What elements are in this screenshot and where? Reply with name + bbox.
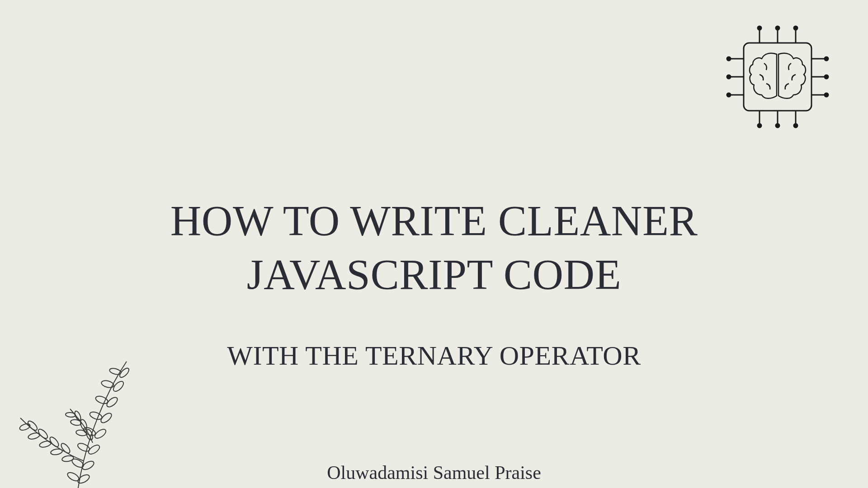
svg-point-18 (727, 93, 731, 97)
svg-point-12 (794, 124, 797, 127)
svg-point-4 (776, 26, 779, 30)
svg-point-10 (776, 124, 779, 127)
svg-point-20 (825, 57, 828, 61)
main-title: HOW TO WRITE CLEANER JAVASCRIPT CODE (0, 194, 868, 302)
title-line-2: JAVASCRIPT CODE (247, 251, 622, 299)
title-line-1: HOW TO WRITE CLEANER (170, 197, 698, 245)
svg-point-2 (758, 26, 761, 30)
brain-chip-icon (719, 18, 836, 136)
svg-point-24 (825, 93, 828, 97)
svg-point-6 (794, 26, 797, 30)
svg-point-14 (727, 57, 731, 61)
author-name: Oluwadamisi Samuel Praise (0, 462, 868, 483)
svg-rect-0 (744, 43, 811, 111)
svg-point-22 (825, 75, 828, 79)
svg-point-8 (758, 124, 761, 127)
slide-content: HOW TO WRITE CLEANER JAVASCRIPT CODE WIT… (0, 194, 868, 483)
svg-point-16 (727, 75, 731, 79)
subtitle: WITH THE TERNARY OPERATOR (0, 340, 868, 371)
